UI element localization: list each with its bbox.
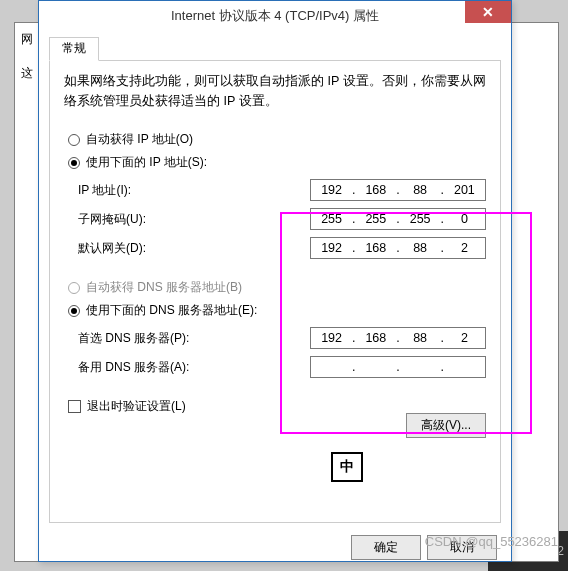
ip-seg[interactable]: 255 bbox=[403, 212, 437, 226]
ip-radio-group: 自动获得 IP 地址(O) 使用下面的 IP 地址(S): bbox=[68, 131, 486, 171]
validate-checkbox[interactable] bbox=[68, 400, 81, 413]
description-text: 如果网络支持此功能，则可以获取自动指派的 IP 设置。否则，你需要从网络系统管理… bbox=[64, 71, 486, 111]
ip-seg[interactable]: 0 bbox=[447, 212, 481, 226]
alternate-dns-label: 备用 DNS 服务器(A): bbox=[78, 359, 310, 376]
watermark-text: CSDN @qq_55236281 bbox=[425, 534, 558, 549]
radio-manual-dns-row[interactable]: 使用下面的 DNS 服务器地址(E): bbox=[68, 302, 486, 319]
ip-address-label: IP 地址(I): bbox=[78, 182, 310, 199]
radio-manual-ip[interactable] bbox=[68, 157, 80, 169]
ip-seg[interactable]: 2 bbox=[447, 331, 481, 345]
subnet-mask-label: 子网掩码(U): bbox=[78, 211, 310, 228]
subnet-mask-input[interactable]: 255. 255. 255. 0 bbox=[310, 208, 486, 230]
titlebar-text: Internet 协议版本 4 (TCP/IPv4) 属性 bbox=[171, 7, 379, 25]
radio-auto-dns bbox=[68, 282, 80, 294]
ip-seg[interactable]: 192 bbox=[315, 331, 349, 345]
ip-seg[interactable]: 2 bbox=[447, 241, 481, 255]
parent-tab-marker: 网 bbox=[21, 31, 33, 48]
preferred-dns-input[interactable]: 192. 168. 88. 2 bbox=[310, 327, 486, 349]
ip-seg[interactable]: 192 bbox=[315, 183, 349, 197]
radio-auto-ip[interactable] bbox=[68, 134, 80, 146]
close-button[interactable]: ✕ bbox=[465, 1, 511, 23]
tab-strip: 常规 bbox=[49, 37, 501, 61]
ip-seg[interactable]: 88 bbox=[403, 331, 437, 345]
radio-manual-ip-label: 使用下面的 IP 地址(S): bbox=[86, 154, 207, 171]
ip-seg[interactable]: 168 bbox=[359, 331, 393, 345]
ok-button[interactable]: 确定 bbox=[351, 535, 421, 560]
radio-auto-ip-label: 自动获得 IP 地址(O) bbox=[86, 131, 193, 148]
ipv4-properties-dialog: Internet 协议版本 4 (TCP/IPv4) 属性 ✕ 常规 如果网络支… bbox=[38, 0, 512, 562]
radio-auto-ip-row[interactable]: 自动获得 IP 地址(O) bbox=[68, 131, 486, 148]
dns-fields: 首选 DNS 服务器(P): 192. 168. 88. 2 备用 DNS 服务… bbox=[78, 325, 486, 380]
gateway-label: 默认网关(D): bbox=[78, 240, 310, 257]
ip-seg[interactable]: 88 bbox=[403, 183, 437, 197]
radio-manual-dns[interactable] bbox=[68, 305, 80, 317]
validate-checkbox-label: 退出时验证设置(L) bbox=[87, 398, 186, 415]
ip-seg[interactable]: 255 bbox=[359, 212, 393, 226]
ip-fields: IP 地址(I): 192. 168. 88. 201 子网掩码(U): 255… bbox=[78, 177, 486, 261]
alternate-dns-input[interactable]: . . . bbox=[310, 356, 486, 378]
ip-address-input[interactable]: 192. 168. 88. 201 bbox=[310, 179, 486, 201]
tab-general[interactable]: 常规 bbox=[49, 37, 99, 61]
ime-indicator[interactable]: 中 bbox=[331, 452, 363, 482]
dialog-content: 常规 如果网络支持此功能，则可以获取自动指派的 IP 设置。否则，你需要从网络系… bbox=[39, 31, 511, 531]
ip-seg[interactable]: 255 bbox=[315, 212, 349, 226]
ip-seg[interactable]: 168 bbox=[359, 183, 393, 197]
preferred-dns-label: 首选 DNS 服务器(P): bbox=[78, 330, 310, 347]
radio-manual-dns-label: 使用下面的 DNS 服务器地址(E): bbox=[86, 302, 257, 319]
radio-auto-dns-label: 自动获得 DNS 服务器地址(B) bbox=[86, 279, 242, 296]
ip-seg[interactable]: 192 bbox=[315, 241, 349, 255]
radio-auto-dns-row: 自动获得 DNS 服务器地址(B) bbox=[68, 279, 486, 296]
radio-manual-ip-row[interactable]: 使用下面的 IP 地址(S): bbox=[68, 154, 486, 171]
ip-seg[interactable]: 88 bbox=[403, 241, 437, 255]
dns-radio-group: 自动获得 DNS 服务器地址(B) 使用下面的 DNS 服务器地址(E): bbox=[68, 279, 486, 319]
ip-seg[interactable]: 168 bbox=[359, 241, 393, 255]
close-icon: ✕ bbox=[482, 4, 494, 20]
advanced-button[interactable]: 高级(V)... bbox=[406, 413, 486, 438]
titlebar: Internet 协议版本 4 (TCP/IPv4) 属性 ✕ bbox=[39, 1, 511, 31]
general-panel: 如果网络支持此功能，则可以获取自动指派的 IP 设置。否则，你需要从网络系统管理… bbox=[49, 61, 501, 523]
parent-text-marker: 这 bbox=[21, 65, 33, 82]
ip-seg[interactable]: 201 bbox=[447, 183, 481, 197]
gateway-input[interactable]: 192. 168. 88. 2 bbox=[310, 237, 486, 259]
